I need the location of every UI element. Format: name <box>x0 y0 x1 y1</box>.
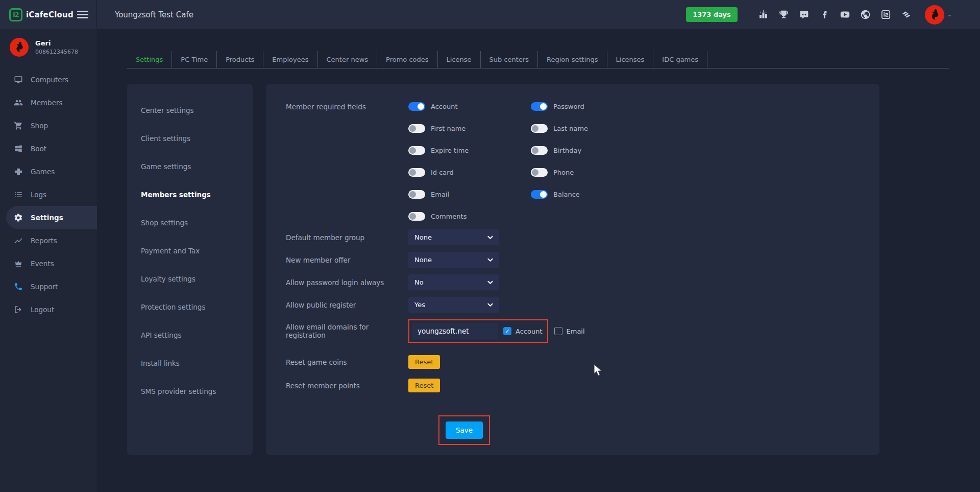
user-avatar[interactable] <box>925 5 944 25</box>
sidebar-item-games[interactable]: Games <box>0 160 97 183</box>
tab-promo-codes[interactable]: Promo codes <box>377 51 438 68</box>
sidebar-item-reports[interactable]: Reports <box>0 229 97 252</box>
tab-center-news[interactable]: Center news <box>318 51 378 68</box>
sidebar-item-support[interactable]: Support <box>0 275 97 298</box>
topbar-icon-row <box>758 9 912 20</box>
tab-idc-games[interactable]: IDC games <box>653 51 707 68</box>
settings-nav-protection-settings[interactable]: Protection settings <box>141 293 253 321</box>
tab-license[interactable]: License <box>438 51 481 68</box>
tab-sub-centers[interactable]: Sub centers <box>481 51 538 68</box>
sidebar-item-settings[interactable]: Settings <box>6 206 97 229</box>
sidebar: Geri 008612345678 Computers Members Shop… <box>0 29 97 492</box>
chevron-down-icon[interactable]: ⌄ <box>947 11 952 18</box>
toggle-comments[interactable] <box>408 212 425 221</box>
people-icon <box>14 98 23 107</box>
email-checkbox-wrap: Email <box>554 327 585 335</box>
tab-employees[interactable]: Employees <box>263 51 317 68</box>
user-phone: 008612345678 <box>35 49 78 55</box>
facebook-icon[interactable] <box>819 9 830 20</box>
topbar-right: 1373 days ⌄ <box>686 5 980 25</box>
crown-icon <box>14 259 23 268</box>
settings-nav-loyalty-settings[interactable]: Loyalty settings <box>141 265 253 293</box>
page-title: Youngzsoft Test Cafe <box>115 10 193 19</box>
tab-pc-time[interactable]: PC Time <box>172 51 217 68</box>
tab-region-settings[interactable]: Region settings <box>538 51 607 68</box>
sidebar-item-computers[interactable]: Computers <box>0 68 97 91</box>
globe-icon[interactable] <box>860 9 871 20</box>
settings-nav-members-settings[interactable]: Members settings <box>141 180 253 208</box>
reset-button-reset-game-coins[interactable]: Reset <box>408 355 440 369</box>
toggle-id-card[interactable] <box>408 168 425 177</box>
chevron-down-icon <box>487 258 493 262</box>
monitor-icon <box>14 75 23 84</box>
select-new-member-offer[interactable]: None <box>408 252 499 268</box>
topbar: i2 iCafeCloud Youngzsoft Test Cafe 1373 … <box>0 0 980 29</box>
toggle-birthday[interactable] <box>531 146 548 155</box>
app-logo[interactable]: i2 iCafeCloud <box>9 8 74 21</box>
windows-icon <box>14 144 23 153</box>
toggle-last-name[interactable] <box>531 124 548 133</box>
chart-icon <box>14 236 23 245</box>
settings-nav-game-settings[interactable]: Game settings <box>141 152 253 180</box>
youngzsoft-icon[interactable] <box>901 9 912 20</box>
sidebar-nav: Computers Members Shop Boot Games <box>0 68 97 321</box>
toggle-phone[interactable] <box>531 168 548 177</box>
reset-button-reset-member-points[interactable]: Reset <box>408 379 440 392</box>
settings-nav-payment-and-tax[interactable]: Payment and Tax <box>141 237 253 265</box>
sidebar-item-members[interactable]: Members <box>0 91 97 114</box>
settings-nav-client-settings[interactable]: Client settings <box>141 124 253 152</box>
email-domains-input[interactable] <box>412 323 498 339</box>
select-default-member-group[interactable]: None <box>408 229 499 245</box>
sidebar-item-logs[interactable]: Logs <box>0 183 97 206</box>
chevron-down-icon <box>487 280 493 285</box>
sidebar-item-shop[interactable]: Shop <box>0 114 97 137</box>
ranking-icon[interactable] <box>758 9 769 20</box>
settings-nav-sms-provider-settings[interactable]: SMS provider settings <box>141 377 253 405</box>
select-allow-password-login-always[interactable]: No <box>408 274 499 290</box>
logo-zone: i2 iCafeCloud <box>0 0 97 29</box>
email-checkbox-label: Email <box>567 327 585 335</box>
license-days-badge[interactable]: 1373 days <box>686 7 738 22</box>
icafecloud-icon[interactable] <box>880 9 891 20</box>
toggle-password[interactable] <box>531 102 548 111</box>
logout-icon <box>14 305 23 314</box>
account-checkbox-label: Account <box>516 327 543 335</box>
member-required-fields-label: Member required fields <box>286 102 408 111</box>
reset-rows: Reset game coins Reset Reset member poin… <box>286 355 879 392</box>
email-domains-row: Allow email domains for registration Acc… <box>286 319 879 343</box>
discord-icon[interactable] <box>799 9 810 20</box>
members-settings-form-card: Member required fields Account Password <box>266 84 879 455</box>
youtube-icon[interactable] <box>840 9 850 20</box>
tab-licenses[interactable]: Licenses <box>607 51 654 68</box>
settings-nav-api-settings[interactable]: API settings <box>141 321 253 349</box>
gamepad-icon <box>14 167 23 176</box>
member-required-fields-row: Member required fields Account Password <box>286 102 879 221</box>
menu-hamburger-icon[interactable] <box>77 9 88 20</box>
trophy-icon[interactable] <box>778 9 789 20</box>
toggle-expire-time[interactable] <box>408 146 425 155</box>
settings-nav-center-settings[interactable]: Center settings <box>141 96 253 124</box>
tab-products[interactable]: Products <box>217 51 263 68</box>
settings-nav-card: Center settings Client settings Game set… <box>127 84 253 455</box>
settings-nav-shop-settings[interactable]: Shop settings <box>141 208 253 237</box>
toggle-account[interactable] <box>408 102 425 111</box>
settings-nav-install-links[interactable]: Install links <box>141 349 253 377</box>
select-allow-public-register[interactable]: Yes <box>408 297 499 313</box>
toggle-balance[interactable] <box>531 190 548 199</box>
toggle-first-name[interactable] <box>408 124 425 133</box>
dragon-avatar-icon <box>927 7 942 22</box>
account-checkbox[interactable] <box>503 327 511 335</box>
annotation-red-box-email: Account <box>408 319 548 343</box>
sidebar-avatar <box>10 38 29 57</box>
tab-settings[interactable]: Settings <box>127 51 172 68</box>
sidebar-user[interactable]: Geri 008612345678 <box>0 29 97 64</box>
phone-icon <box>14 282 23 291</box>
sidebar-item-logout[interactable]: Logout <box>0 298 97 321</box>
toggle-email[interactable] <box>408 190 425 199</box>
sidebar-item-boot[interactable]: Boot <box>0 137 97 160</box>
email-checkbox[interactable] <box>554 327 562 335</box>
sidebar-item-events[interactable]: Events <box>0 252 97 275</box>
account-checkbox-wrap: Account <box>503 327 543 335</box>
save-button[interactable]: Save <box>446 421 483 439</box>
content-area: Settings PC Time Products Employees Cent… <box>97 29 980 492</box>
